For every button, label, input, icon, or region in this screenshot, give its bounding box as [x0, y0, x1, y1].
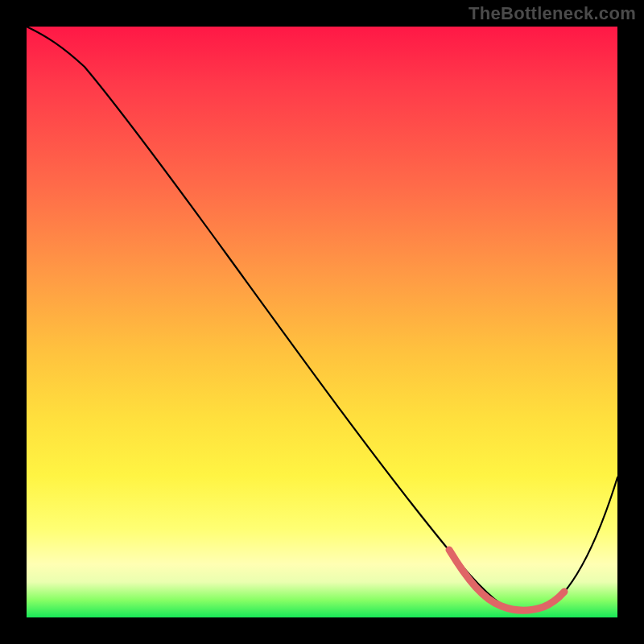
plot-area [27, 27, 617, 617]
chart-frame: TheBottleneck.com [0, 0, 644, 644]
curve-svg [27, 27, 617, 617]
bottleneck-curve [27, 27, 617, 611]
highlight-segment [449, 550, 564, 610]
watermark-text: TheBottleneck.com [469, 3, 636, 24]
